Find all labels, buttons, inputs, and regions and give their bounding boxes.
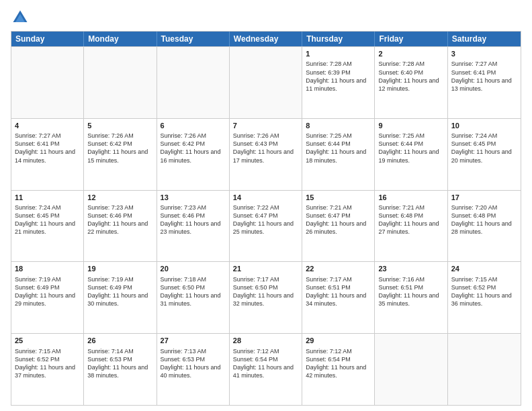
day-number: 11 — [15, 193, 80, 203]
day-cell-empty-0-2 — [157, 47, 230, 118]
calendar-row-1: 4Sunrise: 7:27 AM Sunset: 6:41 PM Daylig… — [11, 118, 521, 190]
weekday-header-wednesday: Wednesday — [230, 32, 302, 46]
day-cell-26: 26Sunrise: 7:14 AM Sunset: 6:53 PM Dayli… — [84, 334, 157, 405]
day-info: Sunrise: 7:24 AM Sunset: 6:45 PM Dayligh… — [451, 132, 517, 165]
day-number: 17 — [451, 193, 517, 203]
day-info: Sunrise: 7:19 AM Sunset: 6:49 PM Dayligh… — [87, 275, 152, 308]
day-number: 4 — [15, 121, 80, 131]
day-number: 7 — [233, 121, 298, 131]
day-info: Sunrise: 7:12 AM Sunset: 6:54 PM Dayligh… — [306, 347, 371, 380]
day-cell-12: 12Sunrise: 7:23 AM Sunset: 6:46 PM Dayli… — [84, 191, 157, 262]
day-cell-15: 15Sunrise: 7:21 AM Sunset: 6:47 PM Dayli… — [302, 191, 375, 262]
day-cell-22: 22Sunrise: 7:17 AM Sunset: 6:51 PM Dayli… — [302, 262, 375, 333]
day-info: Sunrise: 7:25 AM Sunset: 6:44 PM Dayligh… — [378, 132, 443, 165]
day-info: Sunrise: 7:12 AM Sunset: 6:54 PM Dayligh… — [233, 347, 298, 380]
day-number: 2 — [378, 49, 443, 59]
day-info: Sunrise: 7:28 AM Sunset: 6:40 PM Dayligh… — [378, 60, 443, 93]
day-info: Sunrise: 7:26 AM Sunset: 6:42 PM Dayligh… — [161, 132, 226, 165]
day-number: 1 — [306, 49, 371, 59]
day-info: Sunrise: 7:23 AM Sunset: 6:46 PM Dayligh… — [161, 203, 226, 236]
day-number: 5 — [87, 121, 152, 131]
day-info: Sunrise: 7:16 AM Sunset: 6:51 PM Dayligh… — [378, 275, 443, 308]
day-cell-21: 21Sunrise: 7:17 AM Sunset: 6:50 PM Dayli… — [230, 262, 302, 333]
day-info: Sunrise: 7:26 AM Sunset: 6:42 PM Dayligh… — [87, 132, 152, 165]
day-info: Sunrise: 7:25 AM Sunset: 6:44 PM Dayligh… — [306, 132, 371, 165]
day-number: 10 — [451, 121, 517, 131]
day-info: Sunrise: 7:20 AM Sunset: 6:48 PM Dayligh… — [451, 203, 517, 236]
day-info: Sunrise: 7:17 AM Sunset: 6:50 PM Dayligh… — [233, 275, 298, 308]
day-info: Sunrise: 7:19 AM Sunset: 6:49 PM Dayligh… — [15, 275, 80, 308]
calendar-header: SundayMondayTuesdayWednesdayThursdayFrid… — [11, 32, 521, 46]
weekday-header-saturday: Saturday — [448, 32, 521, 46]
day-info: Sunrise: 7:18 AM Sunset: 6:50 PM Dayligh… — [161, 275, 226, 308]
day-cell-7: 7Sunrise: 7:26 AM Sunset: 6:43 PM Daylig… — [230, 119, 302, 190]
day-info: Sunrise: 7:27 AM Sunset: 6:41 PM Dayligh… — [15, 132, 80, 165]
day-info: Sunrise: 7:13 AM Sunset: 6:53 PM Dayligh… — [161, 347, 226, 380]
day-number: 6 — [161, 121, 226, 131]
day-cell-10: 10Sunrise: 7:24 AM Sunset: 6:45 PM Dayli… — [448, 119, 521, 190]
day-number: 29 — [306, 336, 371, 346]
logo-icon — [11, 8, 30, 27]
day-cell-29: 29Sunrise: 7:12 AM Sunset: 6:54 PM Dayli… — [302, 334, 375, 405]
day-number: 19 — [87, 264, 152, 274]
day-info: Sunrise: 7:24 AM Sunset: 6:45 PM Dayligh… — [15, 203, 80, 236]
day-cell-2: 2Sunrise: 7:28 AM Sunset: 6:40 PM Daylig… — [375, 47, 447, 118]
weekday-header-tuesday: Tuesday — [157, 32, 230, 46]
day-number: 23 — [378, 264, 443, 274]
day-number: 20 — [161, 264, 226, 274]
day-cell-5: 5Sunrise: 7:26 AM Sunset: 6:42 PM Daylig… — [84, 119, 157, 190]
day-number: 24 — [451, 264, 517, 274]
weekday-header-sunday: Sunday — [11, 32, 84, 46]
day-info: Sunrise: 7:28 AM Sunset: 6:39 PM Dayligh… — [306, 60, 371, 93]
day-cell-16: 16Sunrise: 7:21 AM Sunset: 6:48 PM Dayli… — [375, 191, 447, 262]
day-cell-17: 17Sunrise: 7:20 AM Sunset: 6:48 PM Dayli… — [448, 191, 521, 262]
day-info: Sunrise: 7:23 AM Sunset: 6:46 PM Dayligh… — [87, 203, 152, 236]
day-number: 3 — [451, 49, 517, 59]
calendar-row-3: 18Sunrise: 7:19 AM Sunset: 6:49 PM Dayli… — [11, 261, 521, 333]
day-cell-20: 20Sunrise: 7:18 AM Sunset: 6:50 PM Dayli… — [157, 262, 230, 333]
calendar-row-0: 1Sunrise: 7:28 AM Sunset: 6:39 PM Daylig… — [11, 46, 521, 118]
day-cell-25: 25Sunrise: 7:15 AM Sunset: 6:52 PM Dayli… — [11, 334, 84, 405]
day-cell-13: 13Sunrise: 7:23 AM Sunset: 6:46 PM Dayli… — [157, 191, 230, 262]
day-info: Sunrise: 7:15 AM Sunset: 6:52 PM Dayligh… — [15, 347, 80, 380]
day-number: 8 — [306, 121, 371, 131]
day-cell-3: 3Sunrise: 7:27 AM Sunset: 6:41 PM Daylig… — [448, 47, 521, 118]
day-cell-24: 24Sunrise: 7:15 AM Sunset: 6:52 PM Dayli… — [448, 262, 521, 333]
day-cell-empty-4-6 — [448, 334, 521, 405]
logo — [11, 8, 32, 27]
day-number: 16 — [378, 193, 443, 203]
day-cell-28: 28Sunrise: 7:12 AM Sunset: 6:54 PM Dayli… — [230, 334, 302, 405]
day-cell-8: 8Sunrise: 7:25 AM Sunset: 6:44 PM Daylig… — [302, 119, 375, 190]
day-number: 25 — [15, 336, 80, 346]
day-number: 21 — [233, 264, 298, 274]
day-cell-empty-0-0 — [11, 47, 84, 118]
day-info: Sunrise: 7:21 AM Sunset: 6:47 PM Dayligh… — [306, 203, 371, 236]
day-number: 26 — [87, 336, 152, 346]
day-cell-14: 14Sunrise: 7:22 AM Sunset: 6:47 PM Dayli… — [230, 191, 302, 262]
calendar-row-2: 11Sunrise: 7:24 AM Sunset: 6:45 PM Dayli… — [11, 190, 521, 262]
weekday-header-thursday: Thursday — [302, 32, 375, 46]
calendar: SundayMondayTuesdayWednesdayThursdayFrid… — [11, 31, 521, 406]
calendar-row-4: 25Sunrise: 7:15 AM Sunset: 6:52 PM Dayli… — [11, 333, 521, 405]
day-info: Sunrise: 7:22 AM Sunset: 6:47 PM Dayligh… — [233, 203, 298, 236]
day-number: 15 — [306, 193, 371, 203]
day-number: 13 — [161, 193, 226, 203]
weekday-header-monday: Monday — [84, 32, 157, 46]
day-number: 12 — [87, 193, 152, 203]
day-number: 14 — [233, 193, 298, 203]
day-cell-18: 18Sunrise: 7:19 AM Sunset: 6:49 PM Dayli… — [11, 262, 84, 333]
day-number: 28 — [233, 336, 298, 346]
day-number: 27 — [161, 336, 226, 346]
calendar-body: 1Sunrise: 7:28 AM Sunset: 6:39 PM Daylig… — [11, 46, 521, 405]
day-info: Sunrise: 7:27 AM Sunset: 6:41 PM Dayligh… — [451, 60, 517, 93]
day-number: 18 — [15, 264, 80, 274]
day-cell-4: 4Sunrise: 7:27 AM Sunset: 6:41 PM Daylig… — [11, 119, 84, 190]
day-number: 22 — [306, 264, 371, 274]
weekday-header-friday: Friday — [375, 32, 447, 46]
day-info: Sunrise: 7:14 AM Sunset: 6:53 PM Dayligh… — [87, 347, 152, 380]
day-info: Sunrise: 7:15 AM Sunset: 6:52 PM Dayligh… — [451, 275, 517, 308]
day-info: Sunrise: 7:17 AM Sunset: 6:51 PM Dayligh… — [306, 275, 371, 308]
day-cell-6: 6Sunrise: 7:26 AM Sunset: 6:42 PM Daylig… — [157, 119, 230, 190]
day-cell-27: 27Sunrise: 7:13 AM Sunset: 6:53 PM Dayli… — [157, 334, 230, 405]
day-cell-23: 23Sunrise: 7:16 AM Sunset: 6:51 PM Dayli… — [375, 262, 447, 333]
